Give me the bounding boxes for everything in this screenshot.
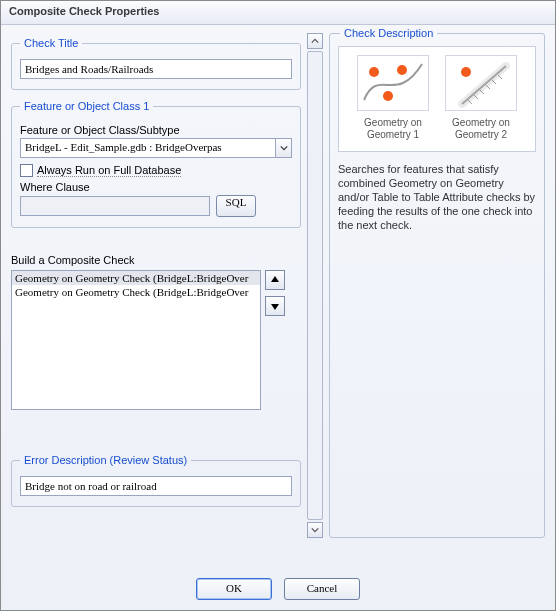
geometry-thumbnail-icon	[445, 55, 517, 111]
check-title-group: Check Title	[11, 37, 301, 90]
cancel-button[interactable]: Cancel	[284, 578, 360, 600]
where-clause-label: Where Clause	[20, 181, 292, 193]
feature-class-group: Feature or Object Class 1 Feature or Obj…	[11, 100, 301, 228]
button-bar: OK Cancel	[1, 578, 555, 600]
arrow-up-icon	[270, 275, 280, 285]
composite-label: Build a Composite Check	[11, 254, 301, 266]
svg-point-9	[461, 67, 471, 77]
thumbnail-1[interactable]: Geometry on Geometry 1	[354, 55, 432, 141]
error-description-legend: Error Description (Review Status)	[20, 454, 191, 466]
sql-button[interactable]: SQL	[216, 195, 256, 217]
chevron-down-icon	[311, 526, 319, 534]
svg-point-1	[397, 65, 407, 75]
scroll-up-button[interactable]	[307, 33, 323, 49]
arrow-down-icon	[270, 301, 280, 311]
client-area: Check Title Feature or Object Class 1 Fe…	[1, 25, 555, 610]
check-title-input[interactable]	[20, 59, 292, 79]
subtype-label: Feature or Object Class/Subtype	[20, 124, 292, 136]
chevron-down-icon	[280, 144, 288, 152]
geometry-thumbnail-icon	[357, 55, 429, 111]
check-description-group: Check Description Geom	[329, 33, 545, 538]
always-run-checkbox[interactable]	[20, 164, 33, 177]
thumbnail-2[interactable]: Geometry on Geometry 2	[442, 55, 520, 141]
subtype-dropdown[interactable]: BridgeL - Edit_Sample.gdb : BridgeOverpa…	[20, 138, 276, 158]
error-description-group: Error Description (Review Status)	[11, 454, 301, 507]
svg-point-2	[383, 91, 393, 101]
list-item[interactable]: Geometry on Geometry Check (BridgeL:Brid…	[12, 285, 260, 299]
scrollbar[interactable]	[307, 33, 323, 538]
scroll-down-button[interactable]	[307, 522, 323, 538]
always-run-label: Always Run on Full Database	[37, 164, 181, 177]
ok-button[interactable]: OK	[196, 578, 272, 600]
right-column: Check Description Geom	[329, 33, 545, 538]
svg-point-0	[369, 67, 379, 77]
subtype-dropdown-button[interactable]	[276, 138, 292, 158]
description-text: Searches for features that satisfy combi…	[338, 162, 536, 232]
window-title: Composite Check Properties	[1, 1, 555, 25]
list-item[interactable]: Geometry on Geometry Check (BridgeL:Brid…	[12, 271, 260, 285]
scroll-track[interactable]	[307, 51, 323, 520]
move-down-button[interactable]	[265, 296, 285, 316]
check-title-legend: Check Title	[20, 37, 82, 49]
thumbnail-2-label: Geometry on Geometry 2	[442, 117, 520, 141]
chevron-up-icon	[311, 37, 319, 45]
error-description-input[interactable]	[20, 476, 292, 496]
thumbnail-1-label: Geometry on Geometry 1	[354, 117, 432, 141]
thumbnails-panel: Geometry on Geometry 1	[338, 46, 536, 152]
dialog-window: Composite Check Properties Check Title F…	[0, 0, 556, 611]
composite-listbox[interactable]: Geometry on Geometry Check (BridgeL:Brid…	[11, 270, 261, 410]
where-clause-input[interactable]	[20, 196, 210, 216]
feature-class-legend: Feature or Object Class 1	[20, 100, 153, 112]
check-description-legend: Check Description	[340, 27, 437, 39]
left-column: Check Title Feature or Object Class 1 Fe…	[11, 33, 301, 538]
move-up-button[interactable]	[265, 270, 285, 290]
